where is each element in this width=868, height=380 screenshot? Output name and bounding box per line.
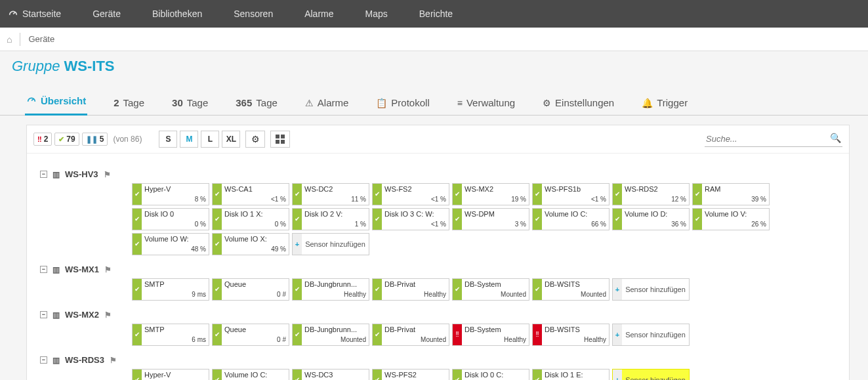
sensor-tile[interactable]: ✔DB-PrivatMounted	[372, 324, 449, 346]
sensor-name: Volume IO W:	[144, 235, 206, 243]
sensor-value: 0 %	[224, 221, 286, 228]
sensor-tile[interactable]: ✔Volume IO D:36 %	[612, 208, 690, 230]
sensor-tile[interactable]: ✔Disk IO 1 X:0 %	[212, 208, 289, 230]
size-m-button[interactable]: M	[180, 131, 198, 148]
sensor-tile[interactable]: ✔RAM39 %	[692, 183, 770, 205]
sensor-tile[interactable]: ✔Disk IO 3 C: W:<1 %	[372, 208, 449, 230]
status-paused[interactable]: ❚❚5	[82, 133, 108, 146]
check-icon: ✔	[533, 184, 542, 205]
sensor-tile[interactable]: ✔DB-Jungbrunn...Healthy	[292, 278, 369, 301]
nav-alarme[interactable]: Alarme	[289, 0, 349, 28]
tabs: Übersicht2 Tage30 Tage365 Tage⚠ Alarme📋 …	[0, 88, 868, 116]
sensor-tile[interactable]: ✔Hyper-V8 %	[132, 183, 209, 205]
sensor-tile[interactable]: ✔Volume IO X:49 %	[212, 233, 289, 255]
sensor-tile[interactable]: ✔WS-PFS1b<1 %	[532, 183, 610, 205]
svg-line-0	[13, 12, 15, 14]
collapse-toggle[interactable]: −	[40, 311, 47, 318]
nav-bibliotheken[interactable]: Bibliotheken	[136, 0, 218, 28]
home-icon[interactable]: ⌂	[7, 34, 12, 45]
add-sensor-button[interactable]: +Sensor hinzufügen	[612, 369, 690, 380]
device-name[interactable]: WS-RDS3	[65, 355, 104, 365]
tab-einstellungen[interactable]: ⚙ Einstellungen	[541, 91, 615, 115]
sensor-tile[interactable]: ✔Volume IO C:12 %	[212, 369, 289, 380]
flag-icon[interactable]: ⚑	[110, 356, 117, 365]
collapse-toggle[interactable]: −	[40, 171, 47, 178]
size-xl-button[interactable]: XL	[222, 131, 240, 148]
device-name[interactable]: WS-MX1	[65, 264, 99, 274]
sensor-value: 1 %	[304, 221, 366, 228]
sensor-tile[interactable]: ‼DB-SystemHealthy	[452, 324, 529, 346]
tab-protokoll[interactable]: 📋 Protokoll	[375, 91, 430, 115]
sensor-tile[interactable]: ✔Disk IO 00 %	[132, 208, 209, 230]
tab-trigger[interactable]: 🔔 Trigger	[640, 91, 689, 115]
check-icon: ✔	[693, 184, 702, 205]
flag-icon[interactable]: ⚑	[104, 265, 112, 274]
grid-view-button[interactable]	[270, 131, 290, 148]
sensor-tile[interactable]: ✔Volume IO C:66 %	[532, 208, 610, 230]
sensor-tile[interactable]: ✔Disk IO 0 C:2897 %	[452, 369, 529, 380]
device-name[interactable]: WS-MX2	[65, 310, 99, 320]
check-icon: ✔	[533, 369, 542, 380]
sensor-tile[interactable]: ✔DB-PrivatHealthy	[372, 278, 449, 301]
sensor-tile[interactable]: ✔WS-PFS23 %	[372, 369, 449, 380]
sensor-tile[interactable]: ✔WS-RDS212 %	[612, 183, 690, 205]
sensor-tile[interactable]: ✔Queue0 #	[212, 278, 289, 301]
tab-übersicht[interactable]: Übersicht	[25, 88, 87, 116]
sensor-tile[interactable]: ✔WS-DC37 %	[292, 369, 369, 380]
nav-maps[interactable]: Maps	[350, 0, 403, 28]
breadcrumb-item[interactable]: Geräte	[28, 34, 54, 44]
tab-verwaltung[interactable]: ≡ Verwaltung	[456, 91, 516, 115]
breadcrumb: ⌂ Geräte	[0, 28, 868, 51]
sensor-tile[interactable]: ✔Queue0 #	[212, 324, 289, 346]
check-icon: ✔	[453, 184, 462, 205]
add-sensor-button[interactable]: +Sensor hinzufügen	[292, 233, 369, 255]
status-ok[interactable]: ✔79	[54, 133, 79, 146]
sensor-tile[interactable]: ✔SMTP6 ms	[132, 324, 209, 346]
tab-tage[interactable]: 365 Tage	[234, 91, 279, 115]
nav-sensoren[interactable]: Sensoren	[218, 0, 289, 28]
check-icon: ✔	[453, 369, 462, 380]
gauge-icon	[8, 8, 18, 20]
sensor-value: Healthy	[545, 336, 606, 344]
device-name[interactable]: WS-HV3	[65, 169, 98, 179]
size-s-button[interactable]: S	[159, 131, 177, 148]
search-icon[interactable]: 🔍	[830, 133, 841, 143]
sensor-tile[interactable]: ✔DB-Jungbrunn...Mounted	[292, 324, 369, 346]
tab-tage[interactable]: 2 Tage	[112, 91, 146, 115]
sensor-name: Queue	[224, 280, 286, 289]
svg-rect-2	[276, 135, 279, 138]
status-error[interactable]: ‼2	[33, 133, 52, 146]
sensor-name: Disk IO 2 V:	[304, 210, 366, 219]
settings-button[interactable]: ⚙	[245, 131, 265, 148]
sensor-name: SMTP	[144, 326, 206, 334]
search-input[interactable]	[705, 131, 842, 147]
sensor-tile[interactable]: ✔Disk IO 1 E:0 %	[532, 369, 610, 380]
nav-berichte[interactable]: Berichte	[403, 0, 468, 28]
flag-icon[interactable]: ⚑	[104, 170, 111, 179]
collapse-toggle[interactable]: −	[40, 266, 47, 273]
error-icon: ‼	[533, 324, 542, 345]
sensor-tile[interactable]: ✔SMTP9 ms	[132, 278, 209, 301]
sensor-tile[interactable]: ✔DB-WSITSMounted	[532, 278, 610, 301]
sensor-tile[interactable]: ✔WS-DC211 %	[292, 183, 369, 205]
add-sensor-button[interactable]: +Sensor hinzufügen	[612, 278, 690, 301]
sensor-tile[interactable]: ✔DB-SystemMounted	[452, 278, 529, 301]
nav-geräte[interactable]: Geräte	[77, 0, 136, 28]
sensor-tile[interactable]: ✔WS-DPM3 %	[452, 208, 529, 230]
size-l-button[interactable]: L	[201, 131, 219, 148]
sensor-tile[interactable]: ✔WS-FS2<1 %	[372, 183, 449, 205]
sensor-tile[interactable]: ✔Hyper-V33 %	[132, 369, 209, 380]
add-sensor-button[interactable]: +Sensor hinzufügen	[612, 324, 690, 346]
sensor-tile[interactable]: ‼DB-WSITSHealthy	[532, 324, 610, 346]
sensor-tile[interactable]: ✔Volume IO V:26 %	[692, 208, 770, 230]
sensor-tile[interactable]: ✔Volume IO W:48 %	[132, 233, 209, 255]
sensor-tile[interactable]: ✔WS-MX219 %	[452, 183, 529, 205]
flag-icon[interactable]: ⚑	[104, 310, 112, 320]
check-icon: ✔	[293, 369, 302, 380]
tab-alarme[interactable]: ⚠ Alarme	[304, 91, 350, 115]
sensor-tile[interactable]: ✔Disk IO 2 V:1 %	[292, 208, 369, 230]
tab-tage[interactable]: 30 Tage	[171, 91, 209, 115]
nav-startseite[interactable]: Startseite	[0, 0, 77, 28]
collapse-toggle[interactable]: −	[40, 356, 47, 364]
sensor-tile[interactable]: ✔WS-CA1<1 %	[212, 183, 289, 205]
